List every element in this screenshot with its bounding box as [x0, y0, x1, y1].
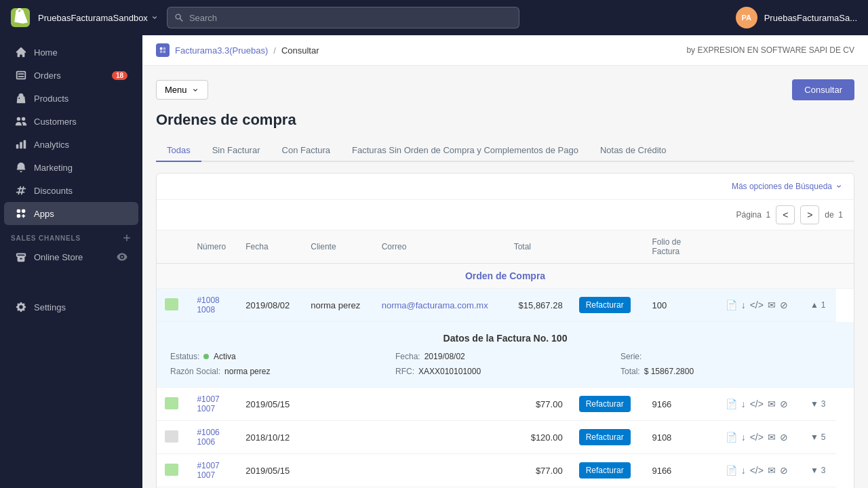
col-actions: [802, 230, 836, 264]
breadcrumb-app-link[interactable]: Facturama3.3(Pruebas): [175, 45, 268, 56]
expand-button-4[interactable]: ▼ 3: [810, 466, 828, 475]
action-icons-3: 📄 ↓ </> ✉ ⊘: [726, 432, 794, 443]
email-icon[interactable]: ✉: [768, 432, 776, 443]
sidebar-item-settings[interactable]: Settings: [4, 296, 138, 319]
download-icon[interactable]: ↓: [741, 465, 746, 476]
sidebar-item-analytics[interactable]: Analytics: [4, 133, 138, 156]
expand-button-3[interactable]: ▼ 5: [810, 432, 828, 442]
search-bar[interactable]: [167, 7, 519, 28]
cancel-icon[interactable]: ⊘: [780, 300, 788, 310]
order-title-row: Orden de Compra: [157, 264, 854, 289]
refacturar-button[interactable]: Refacturar: [579, 297, 631, 313]
expand-cell: ▼ 3: [802, 454, 836, 487]
download-icon[interactable]: ↓: [741, 399, 746, 409]
date-cell: 2019/05/15: [237, 388, 302, 421]
code-icon[interactable]: </>: [750, 300, 764, 310]
search-input[interactable]: [189, 13, 512, 23]
refacturar-cell: Refacturar: [571, 454, 644, 487]
sidebar-item-orders[interactable]: Orders 18: [4, 64, 138, 87]
sidebar-item-marketing-label: Marketing: [34, 163, 73, 173]
order-link-4a[interactable]: #1007: [197, 461, 229, 470]
rfc-item: RFC: XAXX010101000: [395, 367, 615, 376]
refacturar-cell: Refacturar: [571, 388, 644, 421]
date-cell: 2019/05/15: [237, 454, 302, 487]
order-link-1b[interactable]: 1008: [197, 305, 229, 314]
col-fecha: Fecha: [237, 230, 302, 264]
store-name[interactable]: PruebasFacturamaSandbox: [38, 13, 159, 23]
tab-todas[interactable]: Todas: [156, 140, 201, 162]
email-link[interactable]: norma@facturama.com.mx: [382, 300, 488, 310]
expand-button[interactable]: ▲ 1: [810, 300, 828, 310]
tab-notas-credito[interactable]: Notas de Crédito: [589, 140, 677, 162]
sidebar-item-discounts-label: Discounts: [34, 186, 73, 196]
consultar-button[interactable]: Consultar: [792, 79, 854, 100]
serie-item: Serie:: [620, 352, 840, 361]
refacturar-button-4[interactable]: Refacturar: [579, 462, 631, 479]
sidebar-item-marketing[interactable]: Marketing: [4, 156, 138, 179]
tab-con-factura[interactable]: Con Factura: [271, 140, 342, 162]
order-link-2b[interactable]: 1007: [197, 404, 229, 413]
order-link-4b[interactable]: 1007: [197, 470, 229, 480]
total-cell: $15,867.28: [506, 289, 571, 322]
cancel-icon[interactable]: ⊘: [780, 399, 788, 409]
col-estatus: [157, 230, 189, 264]
menu-button[interactable]: Menu: [156, 80, 208, 100]
code-icon[interactable]: </>: [750, 399, 764, 409]
cancel-icon[interactable]: ⊘: [780, 432, 788, 443]
tab-facturas-sin-orden[interactable]: Facturas Sin Orden de Compra y Complemen…: [341, 140, 589, 162]
pdf-icon[interactable]: 📄: [726, 432, 737, 443]
client-cell: norma perez: [302, 289, 373, 322]
pdf-icon[interactable]: 📄: [726, 399, 737, 409]
col-numero: Número: [189, 230, 237, 264]
download-icon[interactable]: ↓: [741, 300, 746, 310]
refacturar-button-2[interactable]: Refacturar: [579, 396, 631, 412]
sidebar-item-customers[interactable]: Customers: [4, 110, 138, 133]
invoice-detail: Datos de la Factura No. 100 Estatus: Act…: [157, 322, 854, 387]
sidebar-item-discounts[interactable]: Discounts: [4, 179, 138, 202]
sales-channels-section: SALES CHANNELS: [0, 225, 142, 245]
breadcrumb-current: Consultar: [281, 45, 319, 56]
order-link-3b[interactable]: 1006: [197, 437, 229, 447]
sidebar-item-apps[interactable]: Apps: [4, 202, 138, 225]
orders-table: Número Fecha Cliente Correo Total Folio …: [157, 230, 854, 488]
code-icon[interactable]: </>: [750, 432, 764, 443]
tab-sin-facturar[interactable]: Sin Facturar: [201, 140, 271, 162]
order-link-2a[interactable]: #1007: [197, 394, 229, 404]
eye-icon[interactable]: [117, 251, 127, 262]
email-cell: norma@facturama.com.mx: [374, 289, 506, 322]
download-icon[interactable]: ↓: [741, 432, 746, 443]
order-link-3a[interactable]: #1006: [197, 428, 229, 437]
invoice-detail-cell: Datos de la Factura No. 100 Estatus: Act…: [157, 322, 854, 388]
sidebar-item-orders-label: Orders: [34, 70, 61, 81]
sidebar-item-products[interactable]: Products: [4, 87, 138, 110]
mas-opciones-link[interactable]: Más opciones de Búsqueda: [732, 182, 843, 191]
add-sales-channel-icon[interactable]: [122, 233, 132, 243]
sidebar-item-online-store[interactable]: Online Store: [4, 245, 138, 268]
code-icon[interactable]: </>: [750, 465, 764, 476]
status-cell: [157, 421, 189, 454]
page-toolbar: Menu Consultar: [156, 79, 854, 100]
pdf-icon[interactable]: 📄: [726, 465, 737, 476]
app-icon: [156, 43, 170, 57]
number-cell: #1008 1008: [189, 289, 237, 322]
email-icon[interactable]: ✉: [768, 399, 776, 409]
order-link-1[interactable]: #1008: [197, 296, 229, 305]
col-cliente: Cliente: [302, 230, 373, 264]
refacturar-button-3[interactable]: Refacturar: [579, 429, 631, 445]
online-store-left: Online Store: [15, 251, 83, 263]
pdf-icon[interactable]: 📄: [726, 300, 737, 310]
prev-page-button[interactable]: <: [776, 205, 795, 224]
action-icons-cell: 📄 ↓ </> ✉ ⊘: [717, 421, 802, 454]
col-correo: Correo: [374, 230, 506, 264]
email-icon[interactable]: ✉: [768, 300, 776, 310]
email-icon[interactable]: ✉: [768, 465, 776, 476]
number-cell: #1007 1007: [189, 454, 237, 487]
estatus-item: Estatus: Activa: [170, 352, 390, 361]
action-icons-2: 📄 ↓ </> ✉ ⊘: [726, 399, 794, 409]
expand-button-2[interactable]: ▼ 3: [810, 399, 828, 409]
sidebar-item-home[interactable]: Home: [4, 41, 138, 64]
total-item: Total: $ 15867.2800: [620, 367, 840, 376]
next-page-button[interactable]: >: [800, 205, 819, 224]
date-cell: 2019/08/02: [237, 289, 302, 322]
cancel-icon[interactable]: ⊘: [780, 465, 788, 476]
